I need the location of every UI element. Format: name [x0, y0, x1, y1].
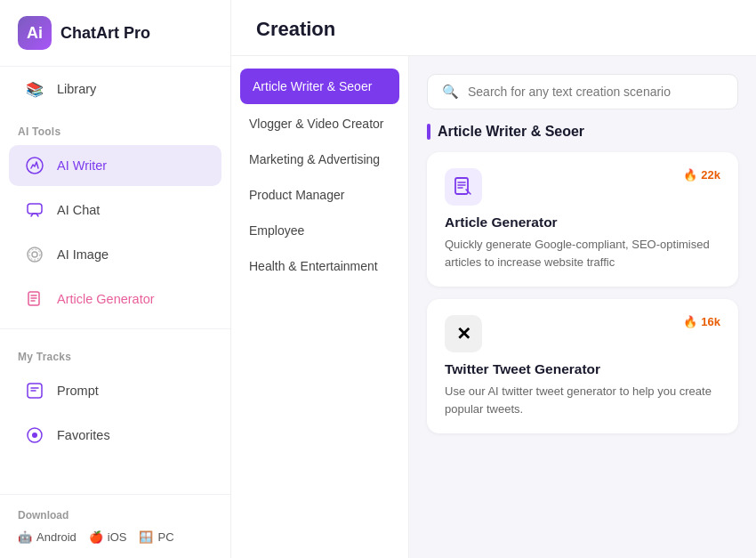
- search-icon: 🔍: [442, 84, 459, 100]
- article-generator-desc: Quickly generate Google-compliant, SEO-o…: [445, 236, 720, 271]
- fire-icon-1: 🔥: [683, 168, 697, 182]
- sidebar: Ai ChatArt Pro 📚 Library AI Tools AI Wri…: [0, 0, 231, 558]
- android-icon: 🤖: [18, 530, 32, 544]
- sidebar-bottom: Download 🤖 Android 🍎 iOS 🪟 PC: [0, 494, 230, 558]
- sidebar-logo: Ai ChatArt Pro: [0, 0, 230, 67]
- sidebar-divider: [0, 328, 230, 329]
- twitter-tweet-badge: 🔥 16k: [683, 315, 720, 328]
- x-logo-icon: ✕: [456, 323, 471, 344]
- ios-label: iOS: [108, 530, 127, 544]
- twitter-tweet-desc: Use our AI twitter tweet generator to he…: [445, 383, 720, 417]
- sidebar-item-ai-chat[interactable]: AI Chat: [9, 190, 221, 230]
- pc-label: PC: [157, 530, 173, 544]
- page-title: Creation: [256, 18, 731, 41]
- prompt-label: Prompt: [57, 384, 99, 398]
- app-name: ChatArt Pro: [60, 24, 150, 43]
- card-twitter-tweet[interactable]: ✕ 🔥 16k Twitter Tweet Generator Use our …: [427, 299, 738, 433]
- svg-rect-12: [455, 178, 468, 194]
- article-generator-badge: 🔥 22k: [683, 168, 720, 182]
- my-tracks-section-label: My Tracks: [0, 336, 230, 368]
- search-bar: 🔍: [427, 74, 738, 109]
- article-gen-icon: [23, 287, 46, 311]
- pc-icon: 🪟: [139, 530, 153, 544]
- category-marketing[interactable]: Marketing & Advertising: [231, 142, 408, 177]
- twitter-card-icon: ✕: [445, 315, 482, 352]
- ai-image-icon: [23, 243, 46, 266]
- favorites-icon: [23, 424, 46, 447]
- ai-chat-icon: [23, 198, 46, 222]
- sidebar-item-article-generator[interactable]: Article Generator: [9, 279, 221, 319]
- android-label: Android: [36, 530, 76, 544]
- svg-point-3: [32, 252, 37, 257]
- article-generator-title: Article Generator: [445, 214, 720, 230]
- article-generator-card-icon: [445, 168, 482, 206]
- ai-chat-label: AI Chat: [57, 203, 100, 217]
- twitter-tweet-title: Twitter Tweet Generator: [445, 361, 720, 377]
- sidebar-item-ai-writer[interactable]: AI Writer: [9, 145, 221, 186]
- library-label: Library: [57, 82, 96, 96]
- sidebar-item-prompt[interactable]: Prompt: [9, 370, 221, 411]
- download-ios[interactable]: 🍎 iOS: [89, 530, 127, 544]
- ai-writer-label: AI Writer: [57, 158, 107, 173]
- category-article-writer[interactable]: Article Writer & Seoer: [240, 69, 399, 104]
- ios-icon: 🍎: [89, 530, 103, 544]
- prompt-icon: [23, 379, 46, 402]
- category-vlogger[interactable]: Vlogger & Video Creator: [231, 106, 408, 142]
- card-article-generator[interactable]: 🔥 22k Article Generator Quickly generate…: [427, 152, 738, 287]
- download-pc[interactable]: 🪟 PC: [139, 530, 173, 544]
- sidebar-item-library[interactable]: 📚 Library: [9, 69, 221, 109]
- category-employee[interactable]: Employee: [231, 213, 408, 248]
- main-content: Creation Article Writer & Seoer Vlogger …: [231, 0, 756, 558]
- article-gen-label: Article Generator: [57, 292, 155, 306]
- ai-writer-icon: [23, 154, 46, 177]
- card-article-generator-header: 🔥 22k: [445, 168, 720, 206]
- svg-point-4: [29, 249, 40, 260]
- fire-icon-2: 🔥: [683, 315, 697, 328]
- main-header: Creation: [231, 0, 756, 56]
- cards-grid: 🔥 22k Article Generator Quickly generate…: [427, 152, 738, 433]
- category-health[interactable]: Health & Entertainment: [231, 248, 408, 284]
- ai-tools-section-label: AI Tools: [0, 111, 230, 143]
- logo-icon: Ai: [18, 16, 52, 50]
- download-label: Download: [18, 509, 213, 522]
- category-list: Article Writer & Seoer Vlogger & Video C…: [231, 56, 409, 558]
- section-title: Article Writer & Seoer: [427, 124, 738, 140]
- card-twitter-tweet-header: ✕ 🔥 16k: [445, 315, 720, 352]
- search-input[interactable]: [468, 85, 723, 99]
- favorites-label: Favorites: [57, 428, 110, 442]
- svg-rect-1: [28, 204, 42, 214]
- cards-area: 🔍 Article Writer & Seoer: [409, 56, 756, 558]
- download-android[interactable]: 🤖 Android: [18, 530, 76, 544]
- sidebar-item-ai-image[interactable]: AI Image: [9, 234, 221, 275]
- ai-image-label: AI Image: [57, 247, 109, 262]
- library-icon: 📚: [23, 77, 46, 101]
- svg-point-11: [32, 433, 37, 438]
- sidebar-item-favorites[interactable]: Favorites: [9, 415, 221, 456]
- category-product-manager[interactable]: Product Manager: [231, 177, 408, 213]
- download-links: 🤖 Android 🍎 iOS 🪟 PC: [18, 530, 213, 544]
- content-area: Article Writer & Seoer Vlogger & Video C…: [231, 56, 756, 558]
